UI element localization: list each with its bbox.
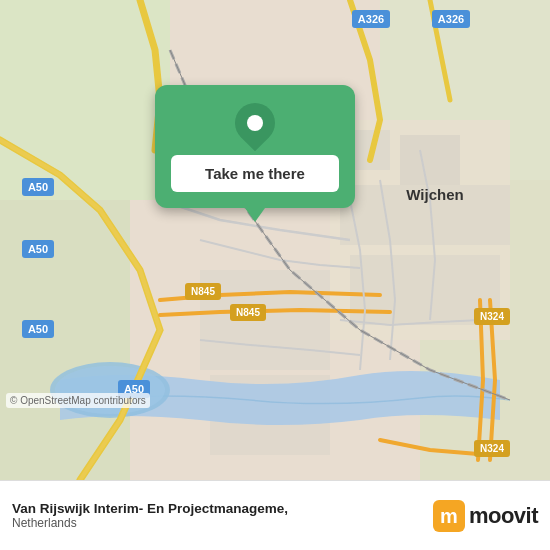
moovit-brand-text: moovit (469, 503, 538, 529)
svg-text:A50: A50 (28, 323, 48, 335)
svg-text:m: m (440, 505, 458, 527)
footer: Van Rijswijk Interim- En Projectmanageme… (0, 480, 550, 550)
moovit-logo: m moovit (433, 500, 538, 532)
svg-text:Wijchen: Wijchen (406, 186, 463, 203)
svg-rect-1 (0, 0, 170, 200)
moovit-m-icon: m (433, 500, 465, 532)
company-country: Netherlands (12, 516, 288, 530)
svg-text:A326: A326 (358, 13, 384, 25)
svg-text:A326: A326 (438, 13, 464, 25)
map-container: A50 A50 A50 A50 A326 A326 N845 N845 N324… (0, 0, 550, 480)
footer-info: Van Rijswijk Interim- En Projectmanageme… (12, 501, 288, 530)
svg-text:A50: A50 (28, 243, 48, 255)
company-name: Van Rijswijk Interim- En Projectmanageme… (12, 501, 288, 516)
location-pin-icon (227, 95, 284, 152)
svg-text:N324: N324 (480, 443, 504, 454)
svg-text:A50: A50 (28, 181, 48, 193)
svg-rect-7 (400, 135, 460, 185)
svg-text:N845: N845 (191, 286, 215, 297)
svg-text:N324: N324 (480, 311, 504, 322)
take-me-there-button[interactable]: Take me there (171, 155, 339, 192)
map-attribution: © OpenStreetMap contributors (6, 393, 150, 408)
popup-card: Take me there (155, 85, 355, 208)
svg-text:N845: N845 (236, 307, 260, 318)
